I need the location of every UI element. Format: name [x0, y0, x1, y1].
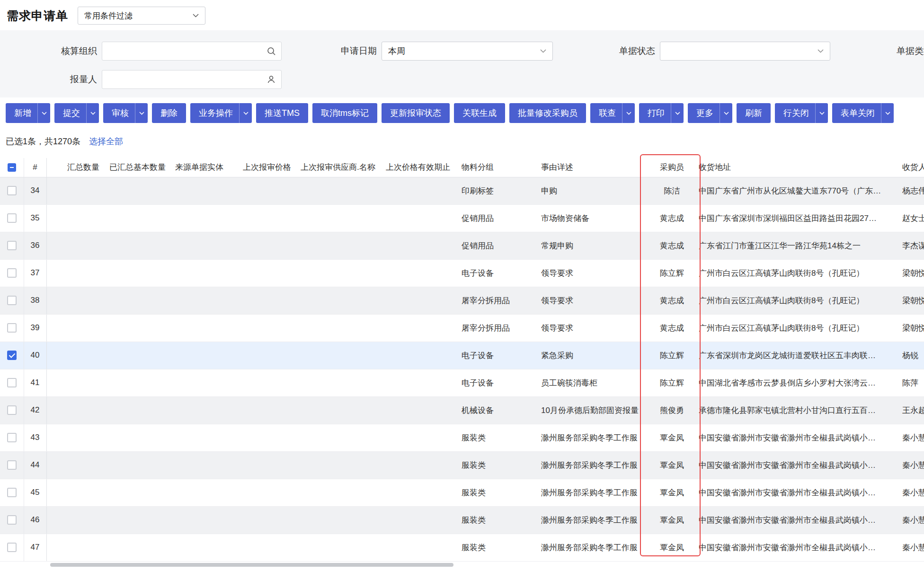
toolbar-button-8[interactable]: 更新报审状态: [382, 103, 450, 123]
toolbar-button-13[interactable]: 更多: [688, 103, 732, 123]
column-header-receiver[interactable]: 收货人: [897, 158, 924, 177]
row-checkbox[interactable]: [7, 515, 17, 525]
row-checkbox[interactable]: [7, 488, 17, 497]
column-header-buyer[interactable]: 采购员: [650, 158, 694, 177]
toolbar-button-16[interactable]: 表单关闭: [832, 103, 894, 123]
cell-checkbox: [0, 424, 24, 451]
table-row[interactable]: 35促销用品市场物资储备黄志成中国广东省深圳市深圳福田区益田路益田花园27…赵女…: [0, 204, 924, 232]
table-row[interactable]: 39屠宰分拆用品领导要求黄志成广州市白云区江高镇茅山肉联街8号（孔旺记）梁朝悦: [0, 314, 924, 342]
org-search-input[interactable]: [102, 42, 282, 61]
toolbar-button-14[interactable]: 刷新: [737, 103, 771, 123]
table-row[interactable]: 45服装类滁州服务部采购冬季工作服覃金凤中国安徽省滁州市安徽省滁州市全椒县武岗镇…: [0, 479, 924, 506]
chevron-down-icon[interactable]: [815, 103, 828, 123]
cell-address: 中国广东省广州市从化区城鳌大道东770号（广东…: [694, 177, 897, 204]
column-header-sum_qty[interactable]: 汇总数量: [46, 158, 104, 177]
cell-num: 37: [24, 259, 46, 287]
column-header-last_supplier[interactable]: 上次报审供应商.名称: [296, 158, 381, 177]
cell-last_supplier: [296, 369, 381, 396]
row-checkbox[interactable]: [7, 186, 17, 195]
table-row[interactable]: 40电子设备紧急采购陈立辉广东省深圳市龙岗区龙城街道爱联社区五丰肉联…杨锐: [0, 342, 924, 369]
row-checkbox[interactable]: [7, 543, 17, 552]
toolbar-button-4[interactable]: 删除: [152, 103, 186, 123]
column-header-address[interactable]: 收货地址: [694, 158, 897, 177]
toolbar-button-6[interactable]: 推送TMS: [256, 103, 308, 123]
table-row[interactable]: 47服装类滁州服务部采购冬季工作服覃金凤中国安徽省滁州市安徽省滁州市全椒县武岗镇…: [0, 534, 924, 561]
chevron-down-icon[interactable]: [720, 103, 732, 123]
cell-buyer: 黄志成: [650, 204, 694, 232]
cell-last_supplier: [296, 177, 381, 204]
chevron-down-icon[interactable]: [86, 103, 99, 123]
cell-buyer: 覃金凤: [650, 506, 694, 534]
cell-material_group: 服装类: [457, 506, 536, 534]
reporter-field[interactable]: [102, 70, 282, 89]
column-header-reason[interactable]: 事由详述: [536, 158, 650, 177]
column-header-price_valid[interactable]: 上次价格有效期止: [381, 158, 457, 177]
cell-checkbox: [0, 204, 24, 232]
row-checkbox[interactable]: [7, 351, 17, 360]
toolbar-button-7[interactable]: 取消tms标记: [312, 103, 377, 123]
cell-reason: 常规申购: [536, 232, 650, 259]
row-checkbox[interactable]: [7, 378, 17, 387]
filter-preset-select[interactable]: 常用条件过滤: [78, 7, 205, 25]
toolbar-button-15[interactable]: 行关闭: [775, 103, 828, 123]
chevron-down-icon[interactable]: [671, 103, 684, 123]
table-row[interactable]: 38屠宰分拆用品领导要求黄志成广州市白云区江高镇茅山肉联街8号（孔旺记）梁朝悦: [0, 287, 924, 314]
table-row[interactable]: 34印刷标签申购陈洁中国广东省广州市从化区城鳌大道东770号（广东…杨志伟: [0, 177, 924, 204]
toolbar-button-9[interactable]: 关联生成: [454, 103, 505, 123]
row-checkbox[interactable]: [7, 460, 17, 470]
cell-sum_base_qty: [104, 534, 170, 561]
horizontal-scrollbar[interactable]: [50, 563, 453, 567]
row-checkbox[interactable]: [7, 296, 17, 305]
org-search-field[interactable]: [102, 42, 282, 61]
toolbar-button-3[interactable]: 审核: [103, 103, 148, 123]
titlebar: 需求申请单 常用条件过滤: [0, 0, 924, 30]
table-wrap: #汇总数量已汇总基本数量来源单据实体上次报审价格上次报审供应商.名称上次价格有效…: [0, 158, 924, 562]
row-checkbox[interactable]: [7, 241, 17, 250]
table-row[interactable]: 44服装类滁州服务部采购冬季工作服覃金凤中国安徽省滁州市安徽省滁州市全椒县武岗镇…: [0, 451, 924, 479]
select-all-checkbox[interactable]: [8, 163, 16, 172]
status-select[interactable]: [660, 42, 830, 61]
status-label: 单据状态: [614, 45, 660, 57]
table-row[interactable]: 41电子设备员工碗筷消毒柜陈立辉中国湖北省孝感市云梦县倒店乡小罗村大张湾云…陈萍: [0, 369, 924, 396]
toolbar-button-11[interactable]: 联查: [590, 103, 635, 123]
table-row[interactable]: 43服装类滁州服务部采购冬季工作服覃金凤中国安徽省滁州市安徽省滁州市全椒县武岗镇…: [0, 424, 924, 451]
cell-source_entity: [170, 259, 237, 287]
cell-material_group: 服装类: [457, 451, 536, 479]
cell-sum_base_qty: [104, 204, 170, 232]
table-row[interactable]: 36促销用品常规申购黄志成广东省江门市蓬江区江华一路江华苑14栋之一李杰谋: [0, 232, 924, 259]
chevron-down-icon[interactable]: [881, 103, 894, 123]
row-checkbox[interactable]: [7, 323, 17, 333]
cell-reason: 领导要求: [536, 287, 650, 314]
search-icon[interactable]: [267, 46, 276, 56]
column-header-sum_base_qty[interactable]: 已汇总基本数量: [104, 158, 170, 177]
toolbar-button-10[interactable]: 批量修改采购员: [509, 103, 586, 123]
table-row[interactable]: 42机械设备10月份承德后勤部固资报量熊俊勇承德市隆化县郭家屯镇北营村小甘沟口直…: [0, 396, 924, 424]
chevron-down-icon[interactable]: [135, 103, 148, 123]
row-checkbox[interactable]: [7, 268, 17, 278]
chevron-down-icon[interactable]: [37, 103, 50, 123]
cell-sum_qty: [46, 479, 104, 506]
chevron-down-icon[interactable]: [622, 103, 635, 123]
table-row[interactable]: 37电子设备领导要求陈立辉广州市白云区江高镇茅山肉联街8号（孔旺记）梁朝悦: [0, 259, 924, 287]
column-header-last_price[interactable]: 上次报审价格: [237, 158, 296, 177]
toolbar-button-2[interactable]: 提交: [54, 103, 99, 123]
demand-application-page: 需求申请单 常用条件过滤 核算组织 申请日期 本周 单据: [0, 0, 924, 571]
row-checkbox[interactable]: [7, 433, 17, 442]
chevron-down-icon[interactable]: [239, 103, 252, 123]
date-select[interactable]: 本周: [382, 42, 553, 61]
reporter-input[interactable]: [102, 70, 282, 89]
row-checkbox[interactable]: [7, 405, 17, 415]
cell-source_entity: [170, 342, 237, 369]
column-header-num[interactable]: #: [24, 158, 46, 177]
person-icon[interactable]: [267, 75, 276, 84]
cell-sum_base_qty: [104, 506, 170, 534]
cell-buyer: 覃金凤: [650, 479, 694, 506]
column-header-source_entity[interactable]: 来源单据实体: [170, 158, 237, 177]
select-all-link[interactable]: 选择全部: [89, 136, 123, 147]
table-row[interactable]: 46服装类滁州服务部采购冬季工作服覃金凤中国安徽省滁州市安徽省滁州市全椒县武岗镇…: [0, 506, 924, 534]
toolbar-button-12[interactable]: 打印: [639, 103, 684, 123]
toolbar-button-5[interactable]: 业务操作: [190, 103, 252, 123]
row-checkbox[interactable]: [7, 213, 17, 223]
toolbar-button-1[interactable]: 新增: [6, 103, 50, 123]
column-header-material_group[interactable]: 物料分组: [457, 158, 536, 177]
